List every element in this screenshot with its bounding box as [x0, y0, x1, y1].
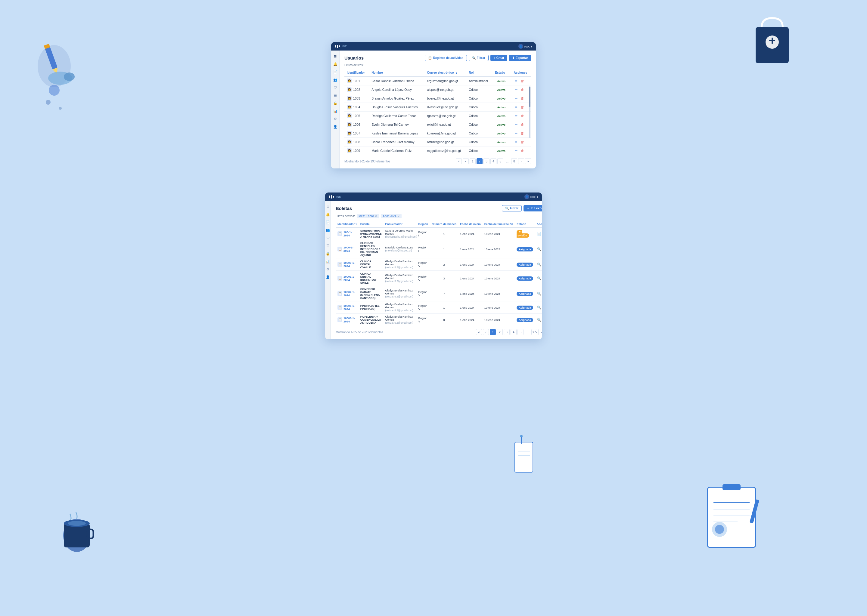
col-email-1[interactable]: Correo electrónico ▲ [425, 69, 467, 76]
page-305-2[interactable]: 305 [531, 329, 538, 335]
table-row: 📋 10001-1-2024 CLINICA DENTAL BESTINTOW … [336, 271, 542, 286]
page-5-1[interactable]: 5 [497, 158, 503, 164]
page-2-2[interactable]: 2 [497, 329, 503, 335]
filtrar-button-1[interactable]: 🔍 Filtrar [469, 55, 489, 61]
delete-icon[interactable]: 🗑 [520, 87, 525, 92]
delete-icon[interactable]: 🗑 [520, 148, 525, 153]
sidebar-icon-doc-2[interactable]: 📄 [325, 220, 331, 225]
sidebar-icon-chart-1[interactable]: 📊 [333, 108, 338, 114]
view-icon[interactable]: 🔍 [537, 262, 542, 267]
page-1-2[interactable]: 1 [490, 329, 496, 335]
page-first-1[interactable]: « [456, 158, 462, 164]
view-icon[interactable]: 🔍 [537, 291, 542, 296]
cell-rol: Critico [466, 146, 492, 155]
edit-icon[interactable]: ✏ [514, 96, 519, 101]
sidebar-icon-lock-1[interactable]: 🔒 [333, 101, 338, 106]
page-next-1[interactable]: › [518, 158, 524, 164]
page-1-1[interactable]: 1 [470, 158, 476, 164]
filter-mes-close[interactable]: ✕ [375, 215, 377, 218]
delete-icon[interactable]: 🗑 [520, 131, 525, 136]
page-prev-2[interactable]: ‹ [483, 329, 489, 335]
edit-icon[interactable]: ✏ [514, 140, 519, 145]
view-icon[interactable]: 🔍 [537, 305, 542, 310]
edit-icon[interactable]: ✏ [514, 79, 519, 83]
scroll-indicator-1[interactable] [529, 86, 530, 138]
status-badge-b: Asignada [517, 277, 533, 281]
registro-button[interactable]: 📋 Registro de actividad [425, 55, 467, 61]
page-3-2[interactable]: 3 [504, 329, 510, 335]
sidebar-icon-home-2[interactable]: ⊞ [325, 204, 331, 209]
sidebar-icon-profile-2[interactable]: 👤 [325, 274, 331, 280]
filter-mes-tag[interactable]: Mes: Enero ✕ [357, 214, 379, 218]
cell-estado: Activo [492, 76, 511, 85]
edit-icon[interactable]: ✏ [514, 148, 519, 153]
page-next-2[interactable]: › [538, 329, 542, 335]
page-first-2[interactable]: « [476, 329, 482, 335]
page-8-1[interactable]: 8 [511, 158, 517, 164]
sidebar-icon-shield-1[interactable]: 🛡 [333, 85, 338, 90]
filter-anio-tag[interactable]: Año: 2024 ✕ [381, 214, 402, 218]
pagination-controls-1: « ‹ 1 2 3 4 5 ... 8 › » [456, 158, 531, 164]
sidebar-icon-bell-1[interactable]: 🔔 [333, 61, 338, 67]
filter-anio-close[interactable]: ✕ [397, 215, 400, 218]
id-value-b: 10001-1-2024 [344, 275, 357, 281]
edit-icon[interactable]: ✏ [514, 105, 519, 110]
sidebar-icon-lock-2[interactable]: 🔒 [325, 251, 331, 256]
id-value: 1001 [353, 79, 360, 83]
view-icon[interactable]: 🔍 [537, 247, 542, 251]
cell-acciones: ✏ 🗑 [511, 103, 531, 112]
page-prev-1[interactable]: ‹ [463, 158, 469, 164]
sidebar-icon-home-1[interactable]: ⊞ [333, 53, 338, 59]
cell-email: bperez@ine.gob.gt [425, 94, 467, 103]
page-header-1: Usuarios 📋 Registro de actividad 🔍 Filtr… [344, 55, 531, 61]
page-2-1[interactable]: 2 [476, 158, 482, 164]
edit-icon[interactable]: ✏ [514, 87, 519, 92]
sidebar-icon-settings-1[interactable]: ⚙ [333, 116, 338, 121]
delete-icon[interactable]: 🗑 [520, 122, 525, 127]
edit-icon[interactable]: ✏ [514, 113, 519, 118]
row-icon: 🧑 [347, 122, 352, 127]
delete-icon[interactable]: 🗑 [520, 105, 525, 110]
user-dropdown-arrow-2[interactable]: ▾ [537, 195, 538, 198]
sidebar-icon-bell-2[interactable]: 🔔 [325, 212, 331, 217]
delete-icon[interactable]: 🗑 [520, 79, 525, 83]
doc-icon[interactable]: 📄 [537, 231, 542, 236]
sidebar-icon-list-2[interactable]: ☰ [325, 243, 331, 248]
col-rol-1: Rol [466, 69, 492, 76]
sidebar-icon-shield-2[interactable]: 🛡 [325, 235, 331, 240]
page-4-2[interactable]: 4 [511, 329, 517, 335]
view-icon[interactable]: 🔍 [537, 317, 542, 322]
filtrar-button-2[interactable]: 🔍 Filtrar [502, 205, 522, 211]
sidebar-icon-chart-2[interactable]: 📊 [325, 259, 331, 264]
topbar-user-1[interactable]: 👤 root ▾ [519, 44, 532, 49]
user-dropdown-arrow-1[interactable]: ▾ [531, 45, 532, 48]
edit-icon[interactable]: ✏ [514, 122, 519, 127]
view-icon[interactable]: 🔍 [537, 276, 542, 281]
exportar-button-2[interactable]: → Ir a exportar [523, 205, 542, 211]
edit-icon[interactable]: ✏ [514, 131, 519, 136]
delete-icon[interactable]: 🗑 [520, 96, 525, 101]
col-id-2[interactable]: Identificador ▾ [336, 221, 359, 227]
cell-estado-b: Asignada [515, 286, 535, 302]
topbar-user-2[interactable]: 👤 root ▾ [525, 194, 538, 199]
sidebar-icon-users-1[interactable]: 👥 [333, 77, 338, 82]
sidebar-icon-list-1[interactable]: ☰ [333, 93, 338, 98]
svg-rect-18 [515, 442, 533, 472]
page-last-1[interactable]: » [525, 158, 531, 164]
exportar-button-1[interactable]: ⬇ Exportar [509, 55, 531, 61]
sidebar-icon-users-2[interactable]: 👥 [325, 227, 331, 233]
page-3-1[interactable]: 3 [484, 158, 490, 164]
sidebar-icon-profile-1[interactable]: 👤 [333, 124, 338, 129]
crear-button[interactable]: + Crear [490, 55, 507, 61]
page-5-2[interactable]: 5 [517, 329, 523, 335]
cell-rol: Critico [466, 120, 492, 129]
delete-icon[interactable]: 🗑 [520, 140, 525, 145]
page-4-1[interactable]: 4 [490, 158, 497, 164]
topbar-2: INE 👤 root ▾ [325, 193, 542, 201]
table-wrapper-1: Identificador Nombre Correo electrónico … [344, 69, 531, 155]
sidebar-icon-doc-1[interactable]: 📄 [333, 69, 338, 75]
header-actions-2: 🔍 Filtrar → Ir a exportar [502, 205, 542, 211]
delete-icon[interactable]: 🗑 [520, 113, 525, 118]
sidebar-icon-settings-2[interactable]: ⚙ [325, 267, 331, 272]
id-value: 1006 [353, 123, 360, 126]
